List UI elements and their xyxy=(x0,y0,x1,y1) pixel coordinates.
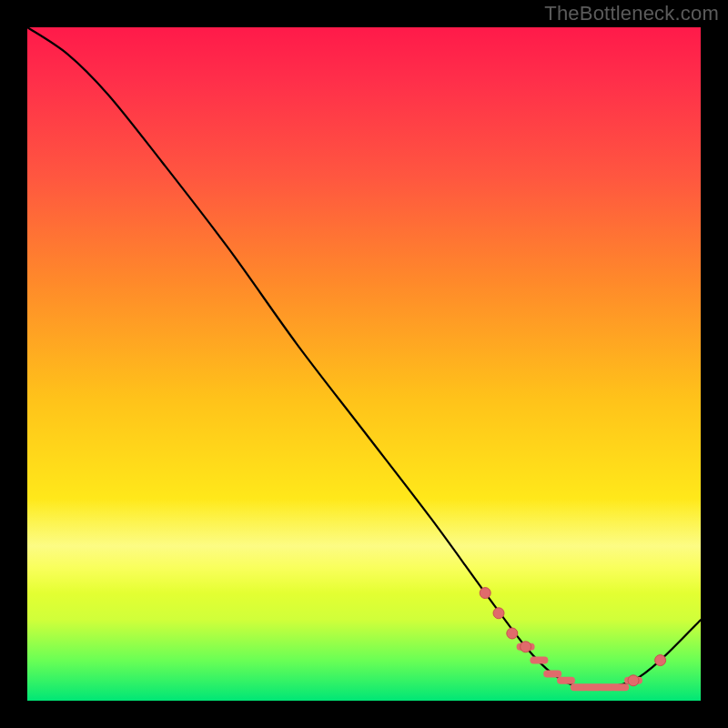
optimal-dot-cluster xyxy=(480,588,665,686)
optimal-dot xyxy=(628,675,639,686)
optimal-dot xyxy=(655,655,666,666)
bottleneck-curve-path xyxy=(27,27,701,689)
curve-layer xyxy=(27,27,701,701)
optimal-dot xyxy=(480,588,490,599)
watermark-text: TheBottleneck.com xyxy=(544,2,719,25)
optimal-dot xyxy=(507,628,518,639)
chart-frame: TheBottleneck.com xyxy=(0,0,728,728)
plot-area xyxy=(27,27,701,701)
optimal-dot xyxy=(493,608,504,619)
optimal-dash-cluster xyxy=(521,647,639,687)
optimal-dot xyxy=(521,642,531,652)
